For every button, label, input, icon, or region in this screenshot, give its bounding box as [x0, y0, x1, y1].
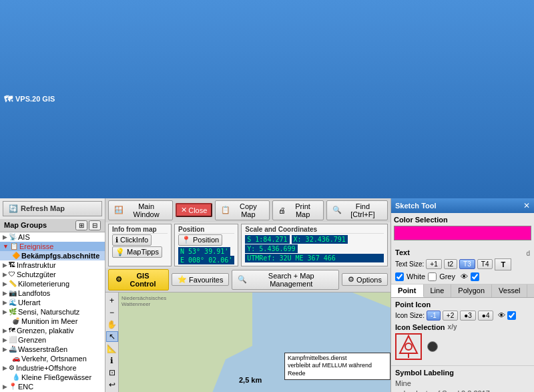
tree-item-verkehr[interactable]: 🚗 Verkehr, Ortsnamen: [0, 354, 105, 363]
text-size-1-button[interactable]: +1: [426, 259, 441, 269]
star-icon: ⭐: [178, 275, 187, 284]
tree-item-industrie[interactable]: ▶ ⚙ Industrie+Offshore: [0, 363, 105, 373]
icon-size-2-button[interactable]: +2: [443, 311, 458, 321]
zoom-back-tool[interactable]: ↩: [106, 379, 118, 390]
copy-icon: 📋: [221, 206, 230, 214]
tab-line[interactable]: Line: [424, 284, 452, 297]
zoom-in-tool[interactable]: +: [106, 295, 118, 306]
point-icon-section: Point Icon Icon Size: -1 +2 ●3 ●4 👁 Icon…: [391, 298, 534, 366]
white-label: White: [407, 272, 425, 280]
svg-point-13: [405, 343, 412, 350]
info-tool[interactable]: ℹ: [106, 355, 118, 366]
info-from-map-label: Info from map: [112, 226, 168, 234]
gis-icon: ⚙: [115, 275, 122, 284]
icon-preview[interactable]: [395, 333, 422, 360]
text-size-4-button[interactable]: T4: [477, 259, 493, 269]
close-button[interactable]: ✕ Close: [176, 203, 212, 217]
y-coord-display: Y: 5.436.699: [245, 244, 297, 253]
map-groups-label: Map Groups: [4, 221, 47, 229]
position-button[interactable]: 📍 Position: [178, 234, 222, 246]
icon-size-4-button[interactable]: ●4: [478, 311, 494, 321]
print-map-button[interactable]: 🖨 Print Map: [272, 200, 323, 220]
tree-item-kleine[interactable]: 💧 Kleine Fließgewässer: [0, 373, 105, 382]
select-tool[interactable]: ↖: [106, 331, 118, 342]
tree-item-enc[interactable]: ▶ 📍 ENC: [0, 382, 105, 391]
color-selection-label: Color Selection: [394, 216, 531, 224]
dot-preview[interactable]: [427, 341, 438, 352]
text-size-2-button[interactable]: t2: [444, 259, 457, 269]
icon-size-label: Icon Size:: [395, 312, 425, 319]
gis-control-button[interactable]: ⚙ GIS Control: [108, 269, 169, 290]
click-info-button[interactable]: ℹ ClickInfo: [112, 234, 152, 246]
tree-item-ais[interactable]: ▶ 📡 AIS: [0, 232, 105, 242]
point-icon-label: Point Icon: [395, 301, 530, 309]
color-selection-section: Color Selection: [391, 213, 534, 246]
eye-icon2: 👁: [498, 311, 505, 319]
tree-item-wasserstrassen[interactable]: ▶ 🚢 Wasserstraßen: [0, 345, 105, 354]
tree-item-munition[interactable]: 💣 Munition im Meer: [0, 317, 105, 326]
tree-item-bekaempfgs[interactable]: 🔶 Bekämpfgs.abschnitte: [0, 251, 105, 260]
measure-tool[interactable]: 📐: [106, 343, 118, 354]
tree-item-kilometerierung[interactable]: ▶ 📏 Kilometerierung: [0, 279, 105, 288]
search-icon: 🔍: [238, 275, 247, 284]
tab-vessel[interactable]: Vessel: [492, 284, 527, 297]
text-size-label: Text Size:: [395, 260, 424, 268]
search-button[interactable]: 🔍 Search + Map Management: [232, 270, 339, 290]
text-section: Text d Text Size: +1 t2 T3 T4 T White Gr…: [391, 246, 534, 284]
utmref-display: UTMRef: 32U ME 367 466: [245, 254, 384, 262]
tab-polygon[interactable]: Polygon: [451, 284, 492, 297]
close-sketch-button[interactable]: ✕: [523, 201, 530, 210]
window-icon: 🪟: [114, 206, 123, 214]
map-tools-sidebar: + − ✋ ↖ 📐 ℹ ⊡ ↩ ↪ N ⧉ ✏ ✂ ✎: [105, 292, 119, 393]
scale-display: S 1:84.271: [245, 235, 289, 244]
tree-item-sensi[interactable]: ▶ 🌿 Sensi, Naturschutz: [0, 307, 105, 317]
icon-size-1-button[interactable]: -1: [427, 311, 441, 321]
tree-item-uferart[interactable]: ▶ 🌊 Uferart: [0, 298, 105, 307]
pan-tool[interactable]: ✋: [106, 319, 118, 330]
copy-map-button[interactable]: 📋 Copy Map: [215, 200, 270, 220]
collapse-all-button[interactable]: ⊟: [89, 220, 101, 230]
app-icon: 🗺: [4, 94, 13, 104]
svg-marker-11: [400, 336, 417, 353]
tree-item-infrastruktur[interactable]: ▶ 🏗 Infrastruktur: [0, 260, 105, 270]
map-tipps-button[interactable]: 💡 MapTipps: [112, 246, 162, 258]
color-bar[interactable]: [394, 226, 531, 240]
tab-point[interactable]: Point: [391, 284, 424, 297]
zoom-out-tool[interactable]: −: [106, 307, 118, 318]
icon-selection-label: Icon Selection x/y: [395, 323, 530, 331]
text-icon-button[interactable]: T: [495, 258, 511, 270]
tree-item-ereignisse[interactable]: ▼ 📋 Ereignisse: [0, 242, 105, 251]
main-window-button[interactable]: 🪟 Main Window: [108, 200, 173, 220]
tree-item-grenzen-plakativ[interactable]: ▶ 🗺 Grenzen, plakativ: [0, 326, 105, 335]
app-title: VPS.20 GIS: [15, 95, 55, 103]
options-button[interactable]: ⚙ Options: [342, 273, 388, 286]
icon-selection-row: [395, 333, 530, 360]
icon-visible-checkbox[interactable]: [507, 311, 516, 320]
grey-checkbox[interactable]: [428, 272, 437, 281]
expand-all-button[interactable]: ⊞: [75, 220, 87, 230]
refresh-icon: 🔄: [9, 204, 18, 213]
scale-text: 2,5 km: [239, 376, 262, 384]
tree-item-landfotos[interactable]: ▶ 📷 Landfotos: [0, 288, 105, 298]
coord1-display: N 53° 39.91': [178, 247, 230, 256]
symbol-labeling-section: Symbol Labeling Mine - abgelegt auf Sand…: [391, 366, 534, 393]
icon-size-3-button[interactable]: ●3: [460, 311, 476, 321]
text-size-3-button[interactable]: T3: [459, 259, 475, 269]
favourites-button[interactable]: ⭐ Favourites: [172, 273, 229, 286]
options-icon: ⚙: [348, 275, 354, 284]
text-d-label: d: [526, 250, 530, 257]
xy-label: x/y: [448, 323, 457, 331]
map-groups-list: ▶ 📡 AIS ▼ 📋 Ereignisse 🔶 Bekämpfgs.absch…: [0, 232, 105, 393]
tree-item-grenzen[interactable]: ▶ ⬜ Grenzen: [0, 335, 105, 345]
text-visible-checkbox[interactable]: [471, 272, 479, 281]
map-canvas: Kampfmittelbes.dienstverbleibt auf MELLU…: [119, 292, 390, 393]
find-button[interactable]: 🔍 Find [Ctrl+F]: [326, 200, 388, 220]
find-icon: 🔍: [332, 206, 342, 214]
refresh-map-button[interactable]: 🔄 Refresh Map: [3, 201, 102, 216]
zoom-extent-tool[interactable]: ⊡: [106, 367, 118, 378]
mine-label-text: Mine - abgelegt auf Sand 2.3.2017 09:30 …: [395, 379, 530, 393]
tree-item-schutzguter[interactable]: ▶ 🛡 Schutzgüter: [0, 270, 105, 279]
white-checkbox[interactable]: [395, 272, 404, 281]
kampfmittel-label1: Kampfmittelbes.dienstverbleibt auf MELLU…: [284, 353, 390, 380]
scale-coords-label: Scale and Coordinates: [245, 226, 384, 234]
